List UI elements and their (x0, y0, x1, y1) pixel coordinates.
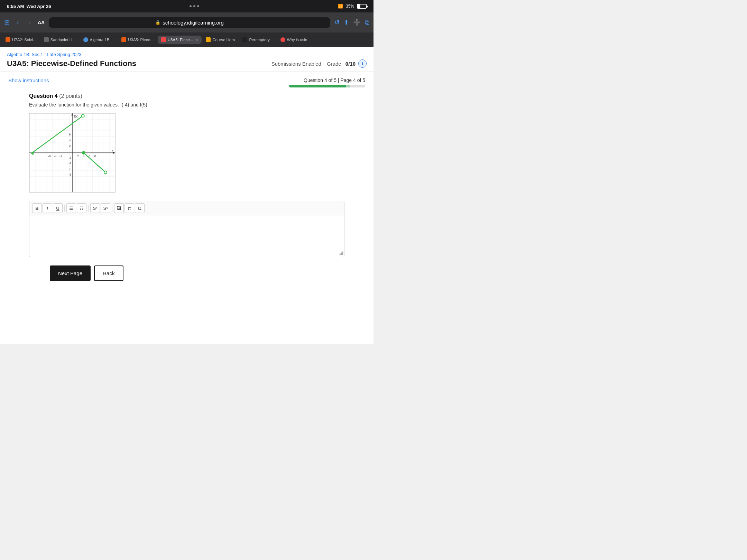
grade-section: Grade: 0/10 i (327, 59, 367, 68)
ordered-list-button[interactable]: ☷ (77, 203, 86, 213)
svg-text:4: 4 (83, 155, 85, 158)
action-buttons: Next Page Back (29, 265, 344, 281)
info-button[interactable]: i (358, 59, 367, 68)
tab-favicon (242, 37, 247, 42)
question-number: Question 4 (29, 93, 58, 99)
tab-label: U3A5: Piece... (128, 38, 154, 42)
back-button[interactable]: Back (94, 265, 123, 281)
add-tab-button[interactable]: ➕ (353, 19, 361, 26)
graph-container: -6 -4 -2 2 4 6 8 6 4 2 -2 -4 -6 -8 f (29, 113, 116, 194)
question-container: Question 4 (2 points) Evaluate the funct… (8, 93, 365, 281)
tab-favicon (121, 37, 126, 42)
tab-label: Algebra 1B:... (90, 38, 114, 42)
italic-button[interactable]: I (43, 203, 52, 213)
svg-text:8: 8 (94, 155, 96, 158)
tab-favicon (6, 37, 10, 42)
page-title-row: U3A5: Piecewise-Defined Functions Submis… (7, 59, 367, 68)
image-button[interactable]: 🖼 (114, 203, 124, 213)
progress-label: Question 4 of 5 | Page 4 of 5 (289, 77, 365, 83)
page-title: U3A5: Piecewise-Defined Functions (7, 59, 136, 68)
tab-label: Why is usin... (287, 38, 311, 42)
tab-label: Course Hero (212, 38, 235, 42)
header-right: Submissions Enabled Grade: 0/10 i (271, 59, 367, 68)
tab-why-is[interactable]: Why is usin... (277, 36, 314, 44)
quiz-top-row: Show instructions Question 4 of 5 | Page… (8, 77, 365, 87)
tab-favicon (44, 37, 49, 42)
svg-text:6: 6 (69, 133, 71, 136)
tab-favicon (280, 37, 285, 42)
svg-text:f(x): f(x) (74, 115, 79, 118)
underline-button[interactable]: U (53, 203, 63, 213)
tab-label: Sandpoint H... (50, 38, 76, 42)
share-button[interactable]: ⬆ (344, 19, 349, 26)
forward-button[interactable]: › (26, 18, 34, 28)
tab-u3a5-active[interactable]: U3A5: Piece... ✕ (158, 36, 202, 44)
url-bar[interactable]: 🔒 schoology.idigilearning.org (49, 17, 330, 28)
svg-text:x: x (112, 149, 113, 152)
text-size-button[interactable]: AA (38, 20, 45, 25)
tabs-overview-button[interactable]: ⧉ (365, 19, 369, 26)
progress-section: Question 4 of 5 | Page 4 of 5 (289, 77, 365, 87)
tab-u7a2[interactable]: U7A2: Solvi... (2, 36, 40, 44)
tab-close-button[interactable]: ✕ (195, 38, 198, 42)
grade-value: 0/10 (345, 61, 356, 67)
tab-label: U7A2: Solvi... (12, 38, 36, 42)
progress-bar-filled (289, 85, 346, 87)
tab-label: Peremptory... (249, 38, 273, 42)
tab-u3a5-1[interactable]: U3A5: Piece... (118, 36, 157, 44)
browser-chrome: ⊞ ‹ › AA 🔒 schoology.idigilearning.org ↺… (0, 12, 374, 32)
omega-button[interactable]: Ω (135, 203, 145, 213)
next-page-button[interactable]: Next Page (50, 265, 91, 281)
question-points: (2 points) (59, 93, 82, 99)
tab-label: U3A5: Piece... (168, 38, 193, 42)
pi-button[interactable]: π (124, 203, 134, 213)
submissions-status: Submissions Enabled (271, 61, 321, 67)
editor-toolbar: B I U ☰ ☷ S3 S3 🖼 π Ω (29, 201, 344, 215)
breadcrumb[interactable]: Algebra 1B: Sec 1 - Late Spring 2023 (7, 52, 367, 57)
reload-button[interactable]: ↺ (334, 19, 340, 26)
back-button[interactable]: ‹ (14, 18, 22, 28)
answer-input-area[interactable]: ◢ (29, 215, 344, 257)
svg-point-27 (104, 171, 107, 174)
unordered-list-button[interactable]: ☰ (66, 203, 76, 213)
question-header: Question 4 (2 points) (29, 93, 344, 99)
wifi-icon: 📶 (338, 4, 343, 9)
quiz-area: Show instructions Question 4 of 5 | Page… (0, 72, 374, 287)
svg-point-24 (82, 114, 84, 117)
superscript-button[interactable]: S3 (90, 203, 100, 213)
svg-text:-4: -4 (54, 155, 56, 158)
bold-button[interactable]: B (32, 203, 42, 213)
question-text: Evaluate the function for the given valu… (29, 102, 344, 108)
toolbar-divider (112, 205, 112, 212)
svg-text:-2: -2 (59, 155, 62, 158)
sidebar-toggle-button[interactable]: ⊞ (4, 18, 10, 27)
tab-algebra1b[interactable]: Algebra 1B:... (80, 36, 118, 44)
tab-favicon (206, 37, 211, 42)
tabs-bar: U7A2: Solvi... Sandpoint H... Algebra 1B… (0, 32, 374, 47)
status-right: 📶 35% (338, 4, 367, 9)
tab-course-hero[interactable]: Course Hero (202, 36, 238, 44)
svg-text:-6: -6 (48, 155, 51, 158)
page-header: Algebra 1B: Sec 1 - Late Spring 2023 U3A… (0, 47, 374, 72)
graph-svg: -6 -4 -2 2 4 6 8 6 4 2 -2 -4 -6 -8 f (29, 113, 116, 193)
svg-text:4: 4 (69, 139, 71, 142)
svg-text:-4: -4 (68, 161, 71, 165)
show-instructions-link[interactable]: Show instructions (8, 77, 49, 83)
answer-editor[interactable]: B I U ☰ ☷ S3 S3 🖼 π Ω ◢ (29, 201, 344, 257)
main-content: Algebra 1B: Sec 1 - Late Spring 2023 U3A… (0, 47, 374, 344)
resize-handle[interactable]: ◢ (339, 249, 343, 256)
svg-text:2: 2 (69, 144, 71, 148)
status-bar: 6:55 AM Wed Apr 26 📶 35% (0, 0, 374, 12)
svg-text:-8: -8 (68, 173, 71, 176)
progress-bar (289, 85, 365, 87)
toolbar-divider (88, 205, 89, 212)
subscript-button[interactable]: S3 (101, 203, 110, 213)
tab-peremptory[interactable]: Peremptory... (239, 36, 276, 44)
tab-favicon (83, 37, 88, 42)
tab-sandpoint[interactable]: Sandpoint H... (40, 36, 79, 44)
tab-favicon (161, 37, 166, 42)
svg-text:-6: -6 (68, 167, 71, 171)
url-text: schoology.idigilearning.org (163, 20, 224, 26)
progress-bar-current (346, 85, 350, 87)
toolbar-divider (64, 205, 65, 212)
